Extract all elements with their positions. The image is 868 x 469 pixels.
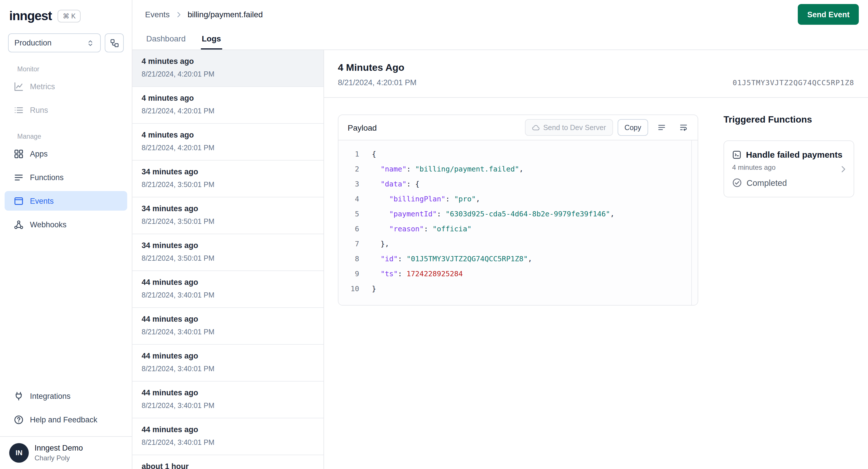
status-badge: Completed: [747, 178, 787, 187]
environments-button[interactable]: [105, 33, 124, 52]
event-item-relative: 4 minutes ago: [142, 93, 314, 103]
event-list-item[interactable]: 34 minutes ago 8/21/2024, 3:50:01 PM: [132, 197, 323, 234]
sidebar-item-runs[interactable]: Runs: [5, 100, 127, 120]
event-item-relative: 34 minutes ago: [142, 203, 314, 214]
event-detail-body: Payload Send to Dev Server Copy: [324, 98, 868, 322]
main-area: Events billing/payment.failed Send Event…: [132, 0, 868, 469]
sidebar-item-webhooks[interactable]: Webhooks: [5, 215, 127, 234]
chevron-up-down-icon: [86, 39, 94, 47]
function-title-row: Handle failed payments: [732, 150, 845, 159]
code-line: 7 },: [338, 237, 698, 251]
event-item-timestamp: 8/21/2024, 3:50:01 PM: [142, 253, 314, 263]
tab-dashboard[interactable]: Dashboard: [145, 29, 187, 50]
user-menu[interactable]: IN Inngest Demo Charly Poly: [0, 436, 132, 469]
event-list-item[interactable]: 44 minutes ago 8/21/2024, 3:40:01 PM: [132, 418, 323, 455]
environments-icon: [110, 38, 119, 48]
sidebar-item-functions[interactable]: Functions: [5, 167, 127, 187]
line-number: 3: [338, 177, 359, 192]
sidebar-item-metrics[interactable]: Metrics: [5, 76, 127, 96]
chevron-right-icon: [839, 164, 848, 174]
webhooks-icon: [14, 220, 24, 229]
event-list-item[interactable]: 44 minutes ago 8/21/2024, 3:40:01 PM: [132, 345, 323, 381]
event-item-relative: 34 minutes ago: [142, 166, 314, 177]
line-number: 7: [338, 237, 359, 251]
event-list-item[interactable]: 44 minutes ago 8/21/2024, 3:40:01 PM: [132, 381, 323, 418]
chevron-right-icon: [175, 11, 183, 18]
line-code: "reason": "officia": [359, 222, 471, 237]
triggered-function-card[interactable]: Handle failed payments 4 minutes ago Com…: [723, 140, 854, 197]
code-line: 3 "data": {: [338, 177, 698, 192]
breadcrumb-events-link[interactable]: Events: [145, 10, 170, 19]
environment-select[interactable]: Production: [8, 33, 101, 52]
event-list-item[interactable]: 4 minutes ago 8/21/2024, 4:20:01 PM: [132, 50, 323, 87]
line-number: 6: [338, 222, 359, 237]
integrations-icon: [14, 391, 24, 401]
sidebar-item-label: Apps: [30, 149, 48, 158]
event-item-timestamp: 8/21/2024, 3:50:01 PM: [142, 180, 314, 190]
avatar: IN: [9, 443, 29, 463]
sidebar: inngest ⌘ K Production Monitor: [0, 0, 132, 469]
line-code: {: [359, 147, 376, 162]
event-list-item[interactable]: 44 minutes ago 8/21/2024, 3:40:01 PM: [132, 308, 323, 345]
payload-header: Payload Send to Dev Server Copy: [338, 115, 698, 140]
sidebar-nav: Monitor Metrics Runs Manage Apps: [0, 52, 132, 386]
event-list-item[interactable]: 34 minutes ago 8/21/2024, 3:50:01 PM: [132, 161, 323, 197]
event-item-timestamp: 8/21/2024, 4:20:01 PM: [142, 106, 314, 116]
command-k-shortcut[interactable]: ⌘ K: [58, 10, 81, 23]
event-list-item[interactable]: 34 minutes ago 8/21/2024, 3:50:01 PM: [132, 234, 323, 271]
event-item-relative: 44 minutes ago: [142, 277, 314, 288]
breadcrumb: Events billing/payment.failed: [145, 10, 263, 19]
payload-code[interactable]: 1 { 2 "name": "billing/payment.failed", …: [338, 140, 698, 305]
event-list-item[interactable]: 4 minutes ago 8/21/2024, 4:20:01 PM: [132, 87, 323, 124]
sidebar-item-help[interactable]: Help and Feedback: [5, 410, 127, 429]
event-list-item[interactable]: 44 minutes ago 8/21/2024, 3:40:01 PM: [132, 271, 323, 308]
code-line: 5 "paymentId": "6303d925-cda5-4d64-8b2e-…: [338, 207, 698, 222]
sidebar-item-events[interactable]: Events: [5, 191, 127, 211]
copy-button[interactable]: Copy: [618, 119, 648, 136]
dev-server-icon: [532, 123, 539, 131]
sidebar-item-label: Integrations: [30, 392, 70, 400]
event-detail: 4 Minutes Ago 8/21/2024, 4:20:01 PM 01J5…: [324, 50, 868, 469]
sidebar-item-label: Functions: [30, 173, 64, 182]
event-item-relative: 4 minutes ago: [142, 129, 314, 140]
event-list-item[interactable]: about 1 hour: [132, 455, 323, 469]
user-name: Inngest Demo: [34, 443, 83, 453]
line-number: 1: [338, 147, 359, 162]
inngest-logo[interactable]: inngest: [9, 9, 52, 24]
section-label-monitor: Monitor: [0, 66, 132, 76]
sidebar-item-label: Metrics: [30, 82, 55, 91]
line-number: 5: [338, 207, 359, 222]
send-to-dev-server-button[interactable]: Send to Dev Server: [525, 119, 613, 136]
section-label-manage: Manage: [0, 133, 132, 144]
send-event-button[interactable]: Send Event: [798, 4, 859, 25]
line-code: "ts": 1724228925284: [359, 267, 463, 281]
line-number: 4: [338, 192, 359, 207]
word-wrap-button[interactable]: [675, 119, 692, 135]
sidebar-item-integrations[interactable]: Integrations: [5, 386, 127, 406]
environment-select-value: Production: [14, 38, 52, 47]
line-number: 9: [338, 267, 359, 281]
function-icon: [732, 150, 741, 159]
event-item-relative: 44 minutes ago: [142, 350, 314, 362]
triggered-functions-panel: Triggered Functions Handle failed paymen…: [723, 115, 854, 306]
tabs: Dashboard Logs: [145, 29, 859, 50]
topbar: Events billing/payment.failed Send Event…: [132, 0, 868, 50]
sidebar-item-apps[interactable]: Apps: [5, 144, 127, 163]
event-list-item[interactable]: 4 minutes ago 8/21/2024, 4:20:01 PM: [132, 124, 323, 161]
code-line: 1 {: [338, 147, 698, 162]
apps-icon: [14, 149, 24, 159]
help-icon: [14, 415, 24, 425]
tab-logs[interactable]: Logs: [200, 29, 222, 50]
line-number: 2: [338, 162, 359, 177]
triggered-functions-title: Triggered Functions: [723, 115, 854, 125]
sidebar-item-label: Help and Feedback: [30, 415, 97, 424]
line-number: 8: [338, 251, 359, 267]
event-list[interactable]: 4 minutes ago 8/21/2024, 4:20:01 PM 4 mi…: [132, 50, 324, 469]
functions-icon: [14, 173, 24, 182]
metrics-icon: [14, 82, 24, 91]
line-code: "paymentId": "6303d925-cda5-4d64-8b2e-99…: [359, 207, 615, 222]
code-scrollbar[interactable]: [691, 140, 692, 305]
format-lines-button[interactable]: [653, 119, 670, 135]
function-status: Completed: [732, 178, 845, 188]
logo-row: inngest ⌘ K: [0, 0, 132, 30]
